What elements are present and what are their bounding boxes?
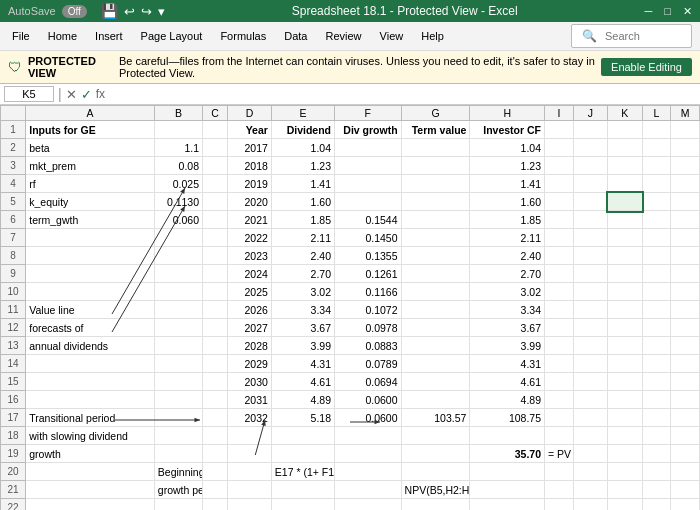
cell-D15[interactable]: 2030 [228, 373, 272, 391]
table-row[interactable]: 1620314.890.06004.89 [1, 391, 700, 409]
cell-M3[interactable] [671, 157, 700, 175]
col-header-J[interactable]: J [573, 106, 607, 121]
cancel-icon[interactable]: ✕ [66, 87, 77, 102]
cell-I13[interactable] [545, 337, 574, 355]
cell-M8[interactable] [671, 247, 700, 265]
cell-F8[interactable]: 0.1355 [334, 247, 401, 265]
cell-D6[interactable]: 2021 [228, 211, 272, 229]
col-header-D[interactable]: D [228, 106, 272, 121]
cell-M5[interactable] [671, 193, 700, 211]
cell-L22[interactable] [642, 499, 671, 511]
cell-I16[interactable] [545, 391, 574, 409]
cell-B19[interactable] [154, 445, 202, 463]
cell-D4[interactable]: 2019 [228, 175, 272, 193]
cell-E15[interactable]: 4.61 [271, 373, 334, 391]
cell-D11[interactable]: 2026 [228, 301, 272, 319]
cell-E9[interactable]: 2.70 [271, 265, 334, 283]
cell-L21[interactable] [642, 481, 671, 499]
cell-J5[interactable] [573, 193, 607, 211]
cell-I7[interactable] [545, 229, 574, 247]
cell-F14[interactable]: 0.0789 [334, 355, 401, 373]
cell-K4[interactable] [608, 175, 642, 193]
cell-J16[interactable] [573, 391, 607, 409]
table-row[interactable]: 720222.110.14502.11 [1, 229, 700, 247]
cell-C8[interactable] [203, 247, 228, 265]
cell-B11[interactable] [154, 301, 202, 319]
col-header-L[interactable]: L [642, 106, 671, 121]
cell-I19[interactable]: = PV of CF [545, 445, 574, 463]
cell-J22[interactable] [573, 499, 607, 511]
cell-E3[interactable]: 1.23 [271, 157, 334, 175]
cell-H17[interactable]: 108.75 [470, 409, 545, 427]
col-header-H[interactable]: H [470, 106, 545, 121]
cell-D2[interactable]: 2017 [228, 139, 272, 157]
cell-I11[interactable] [545, 301, 574, 319]
cell-F17[interactable]: 0.0600 [334, 409, 401, 427]
cell-M19[interactable] [671, 445, 700, 463]
menu-data[interactable]: Data [280, 28, 311, 44]
cell-L7[interactable] [642, 229, 671, 247]
col-header-K[interactable]: K [608, 106, 642, 121]
cell-M13[interactable] [671, 337, 700, 355]
cell-C10[interactable] [203, 283, 228, 301]
cell-M12[interactable] [671, 319, 700, 337]
col-header-G[interactable]: G [401, 106, 470, 121]
cell-I21[interactable] [545, 481, 574, 499]
table-row[interactable]: 22 [1, 499, 700, 511]
cell-C12[interactable] [203, 319, 228, 337]
table-row[interactable]: 3mkt_prem0.0820181.231.23 [1, 157, 700, 175]
cell-H15[interactable]: 4.61 [470, 373, 545, 391]
cell-A10[interactable] [26, 283, 155, 301]
cell-B1[interactable] [154, 121, 202, 139]
cell-I12[interactable] [545, 319, 574, 337]
cell-K9[interactable] [608, 265, 642, 283]
cell-K8[interactable] [608, 247, 642, 265]
cell-H2[interactable]: 1.04 [470, 139, 545, 157]
cell-E19[interactable] [271, 445, 334, 463]
cell-reference[interactable] [4, 86, 54, 102]
cell-I5[interactable] [545, 193, 574, 211]
cell-M1[interactable] [671, 121, 700, 139]
cell-C21[interactable] [203, 481, 228, 499]
cell-D3[interactable]: 2018 [228, 157, 272, 175]
cell-D10[interactable]: 2025 [228, 283, 272, 301]
cell-C2[interactable] [203, 139, 228, 157]
cell-G4[interactable] [401, 175, 470, 193]
cell-F21[interactable] [334, 481, 401, 499]
cell-A15[interactable] [26, 373, 155, 391]
table-row[interactable]: 13annual dividends20283.990.08833.99 [1, 337, 700, 355]
formula-input[interactable] [109, 88, 696, 100]
cell-G6[interactable] [401, 211, 470, 229]
cell-B7[interactable] [154, 229, 202, 247]
cell-D21[interactable] [228, 481, 272, 499]
cell-H1[interactable]: Investor CF [470, 121, 545, 139]
cell-J21[interactable] [573, 481, 607, 499]
cell-C22[interactable] [203, 499, 228, 511]
cell-K14[interactable] [608, 355, 642, 373]
cell-A17[interactable]: Transitional period [26, 409, 155, 427]
cell-H6[interactable]: 1.85 [470, 211, 545, 229]
col-header-B[interactable]: B [154, 106, 202, 121]
cell-I9[interactable] [545, 265, 574, 283]
cell-B3[interactable]: 0.08 [154, 157, 202, 175]
cell-I14[interactable] [545, 355, 574, 373]
cell-L3[interactable] [642, 157, 671, 175]
cell-F7[interactable]: 0.1450 [334, 229, 401, 247]
table-row[interactable]: 5k_equity0.113020201.601.60 [1, 193, 700, 211]
cell-M10[interactable] [671, 283, 700, 301]
cell-K17[interactable] [608, 409, 642, 427]
cell-I4[interactable] [545, 175, 574, 193]
cell-I22[interactable] [545, 499, 574, 511]
cell-F3[interactable] [334, 157, 401, 175]
autosave-toggle[interactable]: Off [62, 5, 87, 18]
cell-L17[interactable] [642, 409, 671, 427]
cell-B12[interactable] [154, 319, 202, 337]
cell-B15[interactable] [154, 373, 202, 391]
cell-K21[interactable] [608, 481, 642, 499]
cell-A14[interactable] [26, 355, 155, 373]
cell-G18[interactable] [401, 427, 470, 445]
cell-K15[interactable] [608, 373, 642, 391]
cell-L18[interactable] [642, 427, 671, 445]
cell-K2[interactable] [608, 139, 642, 157]
cell-C17[interactable] [203, 409, 228, 427]
